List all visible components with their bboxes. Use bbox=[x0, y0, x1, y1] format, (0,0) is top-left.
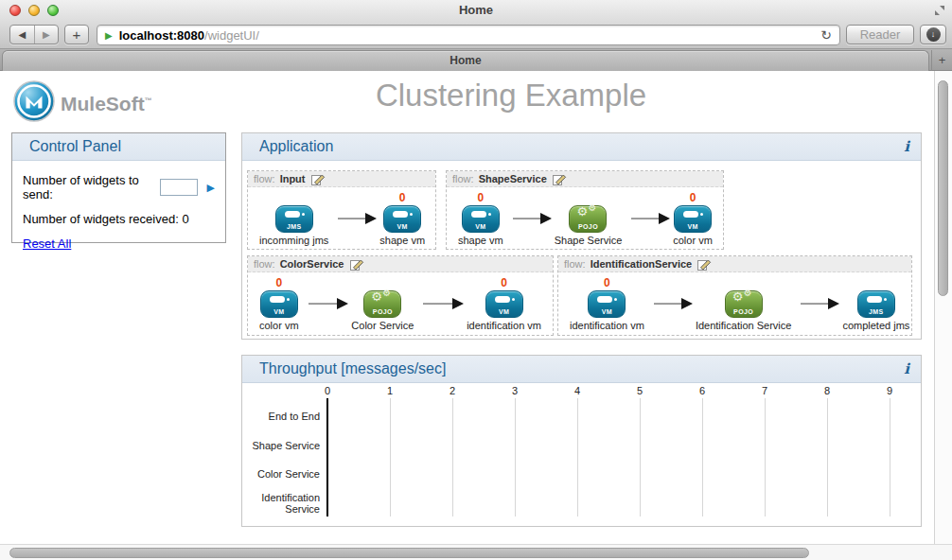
reset-row: Reset All bbox=[23, 236, 215, 251]
info-icon[interactable]: i bbox=[904, 360, 909, 377]
jms-icon: JMS bbox=[275, 205, 313, 233]
url-host: localhost:8080 bbox=[119, 28, 204, 43]
arrow-icon bbox=[654, 303, 682, 305]
throughput-panel: Throughput [messages/sec] i 0123456789En… bbox=[241, 355, 922, 527]
endpoint-capsule-icon bbox=[597, 296, 612, 303]
horizontal-scrollbar-thumb[interactable] bbox=[9, 548, 809, 558]
tab-bar: Home + bbox=[0, 49, 952, 71]
widgets-send-row: Number of widgets to send: ▶ bbox=[23, 173, 215, 201]
icon-type-label: POJO bbox=[726, 308, 762, 315]
flow-row: JMSincomming jms0VMshape vm bbox=[248, 187, 435, 246]
edit-flow-icon[interactable] bbox=[350, 258, 364, 271]
new-tab-button[interactable]: + bbox=[64, 25, 89, 44]
send-button[interactable]: ▶ bbox=[207, 182, 215, 194]
pojo-icon: ⚙⚙POJO bbox=[569, 205, 607, 233]
reset-all-link[interactable]: Reset All bbox=[23, 236, 71, 251]
message-counter: 0 bbox=[501, 276, 507, 290]
flow-header: flow:IdentificationService bbox=[558, 256, 911, 272]
throughput-panel-title: Throughput [messages/sec] bbox=[259, 360, 446, 377]
url-path: /widgetUI/ bbox=[204, 28, 259, 43]
control-panel: Control Panel Number of widgets to send:… bbox=[11, 132, 226, 243]
flow-node: 0VMidentification vm bbox=[570, 276, 644, 331]
tab-home[interactable]: Home bbox=[2, 50, 929, 71]
gear-icon: ⚙ bbox=[732, 289, 744, 304]
flow-row: 0VMcolor vm⚙⚙POJOColor Service0VMidentif… bbox=[248, 272, 553, 331]
widgets-to-send-input[interactable] bbox=[160, 179, 198, 196]
icon-type-label: VM bbox=[675, 223, 711, 230]
edit-flow-icon[interactable] bbox=[697, 258, 712, 271]
flow-box-identificationservice: flow:IdentificationService0VMidentificat… bbox=[557, 255, 912, 336]
back-button[interactable]: ◀ bbox=[10, 26, 35, 44]
gridline bbox=[577, 398, 578, 516]
edit-flow-icon[interactable] bbox=[311, 173, 326, 185]
tab-title: Home bbox=[3, 51, 928, 71]
x-tick-label: 0 bbox=[316, 385, 339, 396]
gridline bbox=[515, 398, 516, 516]
vm-icon: VM bbox=[462, 205, 500, 233]
gear-icon: ⚙ bbox=[588, 202, 596, 213]
widgets-send-label: Number of widgets to send: bbox=[23, 173, 155, 201]
category-label: End to End bbox=[242, 402, 320, 430]
flows-container: flow:InputJMSincomming jms0VMshape vmflo… bbox=[242, 161, 921, 339]
title-bar[interactable]: Home bbox=[0, 0, 952, 21]
x-tick-label: 4 bbox=[566, 385, 589, 396]
vm-icon: VM bbox=[383, 205, 421, 233]
endpoint-capsule-icon bbox=[683, 211, 698, 218]
flow-prefix-label: flow: bbox=[254, 258, 275, 270]
vm-icon: VM bbox=[485, 290, 523, 318]
vertical-scrollbar[interactable] bbox=[934, 71, 952, 544]
message-counter: 0 bbox=[399, 191, 406, 205]
x-tick-label: 6 bbox=[691, 385, 714, 396]
application-panel: Application i flow:InputJMSincomming jms… bbox=[241, 132, 922, 340]
window-title: Home bbox=[0, 3, 952, 17]
refresh-icon[interactable]: ↻ bbox=[820, 28, 832, 42]
node-label: identification vm bbox=[570, 320, 644, 331]
gridline bbox=[390, 398, 391, 516]
flow-node: JMScompleted jms bbox=[842, 276, 909, 331]
gear-icon: ⚙ bbox=[576, 204, 588, 219]
address-bar[interactable]: ▶ localhost:8080 /widgetUI/ ↻ bbox=[97, 25, 840, 45]
arrow-icon bbox=[309, 303, 339, 305]
gridline bbox=[890, 398, 890, 516]
icon-type-label: JMS bbox=[276, 223, 312, 230]
info-icon[interactable]: i bbox=[904, 138, 909, 155]
node-label: color vm bbox=[259, 320, 299, 331]
flow-header: flow:ColorService bbox=[248, 256, 553, 272]
edit-flow-icon[interactable] bbox=[553, 173, 567, 185]
vertical-scrollbar-thumb[interactable] bbox=[938, 80, 948, 296]
gear-icon: ⚙ bbox=[382, 288, 391, 298]
node-label: Identification Service bbox=[696, 320, 792, 331]
horizontal-scrollbar[interactable] bbox=[0, 544, 952, 560]
message-counter: 0 bbox=[478, 191, 485, 205]
jms-icon: JMS bbox=[857, 290, 895, 318]
x-tick-label: 7 bbox=[753, 385, 776, 396]
forward-button[interactable]: ▶ bbox=[35, 26, 59, 44]
mulesoft-logo bbox=[13, 80, 55, 122]
control-panel-header: Control Panel bbox=[12, 133, 225, 161]
x-tick-label: 2 bbox=[441, 385, 464, 396]
add-tab-button[interactable]: + bbox=[931, 50, 952, 71]
arrow-icon bbox=[338, 218, 366, 219]
gridline bbox=[452, 398, 453, 516]
downloads-button[interactable]: ↓ bbox=[920, 25, 946, 44]
gridline bbox=[765, 398, 766, 516]
favicon-icon: ▶ bbox=[105, 30, 113, 41]
flow-node: 0VMcolor vm bbox=[673, 191, 713, 246]
x-tick-label: 3 bbox=[503, 385, 526, 396]
gridline bbox=[827, 398, 828, 516]
vm-icon: VM bbox=[260, 290, 298, 318]
node-label: Color Service bbox=[351, 320, 414, 331]
flow-name-label: ShapeService bbox=[479, 173, 547, 184]
pojo-icon: ⚙⚙POJO bbox=[363, 290, 401, 318]
arrow-icon bbox=[631, 218, 660, 219]
icon-type-label: VM bbox=[486, 308, 522, 315]
fullscreen-icon[interactable] bbox=[934, 5, 945, 16]
icon-type-label: POJO bbox=[364, 308, 400, 315]
reader-button[interactable]: Reader bbox=[846, 25, 914, 44]
node-label: color vm bbox=[673, 235, 713, 246]
brand-trademark: ™ bbox=[145, 96, 152, 105]
pojo-icon: ⚙⚙POJO bbox=[725, 290, 763, 318]
flow-box-input: flow:InputJMSincomming jms0VMshape vm bbox=[247, 170, 436, 250]
message-counter: 0 bbox=[275, 276, 282, 290]
icon-type-label: JMS bbox=[858, 308, 894, 315]
